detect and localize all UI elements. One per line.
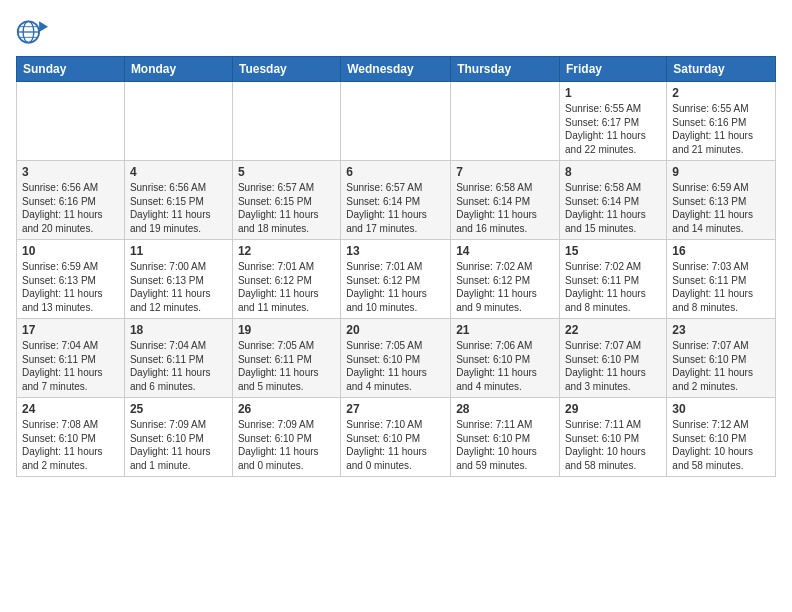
day-info: Sunrise: 6:58 AM Sunset: 6:14 PM Dayligh… <box>565 181 661 235</box>
calendar-cell: 10Sunrise: 6:59 AM Sunset: 6:13 PM Dayli… <box>17 240 125 319</box>
day-number: 27 <box>346 402 445 416</box>
day-number: 22 <box>565 323 661 337</box>
day-info: Sunrise: 7:02 AM Sunset: 6:11 PM Dayligh… <box>565 260 661 314</box>
day-info: Sunrise: 7:08 AM Sunset: 6:10 PM Dayligh… <box>22 418 119 472</box>
calendar-cell: 22Sunrise: 7:07 AM Sunset: 6:10 PM Dayli… <box>560 319 667 398</box>
day-info: Sunrise: 6:56 AM Sunset: 6:16 PM Dayligh… <box>22 181 119 235</box>
logo-icon <box>16 16 48 48</box>
calendar-cell: 15Sunrise: 7:02 AM Sunset: 6:11 PM Dayli… <box>560 240 667 319</box>
day-info: Sunrise: 6:56 AM Sunset: 6:15 PM Dayligh… <box>130 181 227 235</box>
day-number: 8 <box>565 165 661 179</box>
day-number: 17 <box>22 323 119 337</box>
calendar-cell: 29Sunrise: 7:11 AM Sunset: 6:10 PM Dayli… <box>560 398 667 477</box>
day-info: Sunrise: 7:09 AM Sunset: 6:10 PM Dayligh… <box>130 418 227 472</box>
calendar-week-row: 24Sunrise: 7:08 AM Sunset: 6:10 PM Dayli… <box>17 398 776 477</box>
day-number: 1 <box>565 86 661 100</box>
day-info: Sunrise: 7:01 AM Sunset: 6:12 PM Dayligh… <box>238 260 335 314</box>
day-info: Sunrise: 7:05 AM Sunset: 6:11 PM Dayligh… <box>238 339 335 393</box>
day-info: Sunrise: 7:09 AM Sunset: 6:10 PM Dayligh… <box>238 418 335 472</box>
day-info: Sunrise: 7:01 AM Sunset: 6:12 PM Dayligh… <box>346 260 445 314</box>
day-info: Sunrise: 7:02 AM Sunset: 6:12 PM Dayligh… <box>456 260 554 314</box>
calendar-table: SundayMondayTuesdayWednesdayThursdayFrid… <box>16 56 776 477</box>
day-header-tuesday: Tuesday <box>232 57 340 82</box>
calendar-cell: 13Sunrise: 7:01 AM Sunset: 6:12 PM Dayli… <box>341 240 451 319</box>
page-header <box>16 16 776 48</box>
day-number: 12 <box>238 244 335 258</box>
calendar-cell: 25Sunrise: 7:09 AM Sunset: 6:10 PM Dayli… <box>124 398 232 477</box>
day-info: Sunrise: 7:04 AM Sunset: 6:11 PM Dayligh… <box>22 339 119 393</box>
day-number: 16 <box>672 244 770 258</box>
calendar-cell <box>341 82 451 161</box>
day-number: 25 <box>130 402 227 416</box>
day-number: 24 <box>22 402 119 416</box>
calendar-cell: 24Sunrise: 7:08 AM Sunset: 6:10 PM Dayli… <box>17 398 125 477</box>
day-number: 9 <box>672 165 770 179</box>
day-info: Sunrise: 6:55 AM Sunset: 6:17 PM Dayligh… <box>565 102 661 156</box>
day-info: Sunrise: 6:57 AM Sunset: 6:14 PM Dayligh… <box>346 181 445 235</box>
day-number: 21 <box>456 323 554 337</box>
calendar-cell: 27Sunrise: 7:10 AM Sunset: 6:10 PM Dayli… <box>341 398 451 477</box>
calendar-cell: 1Sunrise: 6:55 AM Sunset: 6:17 PM Daylig… <box>560 82 667 161</box>
calendar-cell: 23Sunrise: 7:07 AM Sunset: 6:10 PM Dayli… <box>667 319 776 398</box>
day-info: Sunrise: 7:07 AM Sunset: 6:10 PM Dayligh… <box>672 339 770 393</box>
day-header-sunday: Sunday <box>17 57 125 82</box>
calendar-week-row: 10Sunrise: 6:59 AM Sunset: 6:13 PM Dayli… <box>17 240 776 319</box>
day-header-friday: Friday <box>560 57 667 82</box>
day-info: Sunrise: 7:07 AM Sunset: 6:10 PM Dayligh… <box>565 339 661 393</box>
day-number: 23 <box>672 323 770 337</box>
day-number: 7 <box>456 165 554 179</box>
day-info: Sunrise: 7:10 AM Sunset: 6:10 PM Dayligh… <box>346 418 445 472</box>
calendar-cell: 9Sunrise: 6:59 AM Sunset: 6:13 PM Daylig… <box>667 161 776 240</box>
day-number: 20 <box>346 323 445 337</box>
day-number: 6 <box>346 165 445 179</box>
day-number: 10 <box>22 244 119 258</box>
calendar-cell: 6Sunrise: 6:57 AM Sunset: 6:14 PM Daylig… <box>341 161 451 240</box>
day-info: Sunrise: 7:03 AM Sunset: 6:11 PM Dayligh… <box>672 260 770 314</box>
day-number: 14 <box>456 244 554 258</box>
calendar-cell: 4Sunrise: 6:56 AM Sunset: 6:15 PM Daylig… <box>124 161 232 240</box>
calendar-cell: 2Sunrise: 6:55 AM Sunset: 6:16 PM Daylig… <box>667 82 776 161</box>
day-header-wednesday: Wednesday <box>341 57 451 82</box>
calendar-cell: 3Sunrise: 6:56 AM Sunset: 6:16 PM Daylig… <box>17 161 125 240</box>
day-number: 28 <box>456 402 554 416</box>
day-number: 13 <box>346 244 445 258</box>
day-info: Sunrise: 7:00 AM Sunset: 6:13 PM Dayligh… <box>130 260 227 314</box>
day-number: 5 <box>238 165 335 179</box>
calendar-header-row: SundayMondayTuesdayWednesdayThursdayFrid… <box>17 57 776 82</box>
day-info: Sunrise: 6:59 AM Sunset: 6:13 PM Dayligh… <box>22 260 119 314</box>
day-info: Sunrise: 6:55 AM Sunset: 6:16 PM Dayligh… <box>672 102 770 156</box>
calendar-cell: 8Sunrise: 6:58 AM Sunset: 6:14 PM Daylig… <box>560 161 667 240</box>
day-number: 2 <box>672 86 770 100</box>
calendar-cell: 11Sunrise: 7:00 AM Sunset: 6:13 PM Dayli… <box>124 240 232 319</box>
day-number: 19 <box>238 323 335 337</box>
day-info: Sunrise: 7:06 AM Sunset: 6:10 PM Dayligh… <box>456 339 554 393</box>
calendar-cell: 7Sunrise: 6:58 AM Sunset: 6:14 PM Daylig… <box>451 161 560 240</box>
calendar-cell: 20Sunrise: 7:05 AM Sunset: 6:10 PM Dayli… <box>341 319 451 398</box>
calendar-cell <box>451 82 560 161</box>
day-header-saturday: Saturday <box>667 57 776 82</box>
calendar-cell: 30Sunrise: 7:12 AM Sunset: 6:10 PM Dayli… <box>667 398 776 477</box>
day-info: Sunrise: 7:11 AM Sunset: 6:10 PM Dayligh… <box>565 418 661 472</box>
day-info: Sunrise: 6:57 AM Sunset: 6:15 PM Dayligh… <box>238 181 335 235</box>
day-number: 30 <box>672 402 770 416</box>
day-number: 4 <box>130 165 227 179</box>
logo <box>16 16 52 48</box>
calendar-cell <box>232 82 340 161</box>
calendar-week-row: 1Sunrise: 6:55 AM Sunset: 6:17 PM Daylig… <box>17 82 776 161</box>
calendar-cell <box>17 82 125 161</box>
day-header-monday: Monday <box>124 57 232 82</box>
calendar-cell: 5Sunrise: 6:57 AM Sunset: 6:15 PM Daylig… <box>232 161 340 240</box>
day-info: Sunrise: 7:05 AM Sunset: 6:10 PM Dayligh… <box>346 339 445 393</box>
day-number: 15 <box>565 244 661 258</box>
calendar-cell: 19Sunrise: 7:05 AM Sunset: 6:11 PM Dayli… <box>232 319 340 398</box>
calendar-cell: 21Sunrise: 7:06 AM Sunset: 6:10 PM Dayli… <box>451 319 560 398</box>
day-info: Sunrise: 7:04 AM Sunset: 6:11 PM Dayligh… <box>130 339 227 393</box>
day-info: Sunrise: 6:59 AM Sunset: 6:13 PM Dayligh… <box>672 181 770 235</box>
calendar-cell: 17Sunrise: 7:04 AM Sunset: 6:11 PM Dayli… <box>17 319 125 398</box>
calendar-cell: 26Sunrise: 7:09 AM Sunset: 6:10 PM Dayli… <box>232 398 340 477</box>
calendar-cell: 16Sunrise: 7:03 AM Sunset: 6:11 PM Dayli… <box>667 240 776 319</box>
calendar-cell: 14Sunrise: 7:02 AM Sunset: 6:12 PM Dayli… <box>451 240 560 319</box>
calendar-week-row: 17Sunrise: 7:04 AM Sunset: 6:11 PM Dayli… <box>17 319 776 398</box>
calendar-cell: 12Sunrise: 7:01 AM Sunset: 6:12 PM Dayli… <box>232 240 340 319</box>
day-header-thursday: Thursday <box>451 57 560 82</box>
